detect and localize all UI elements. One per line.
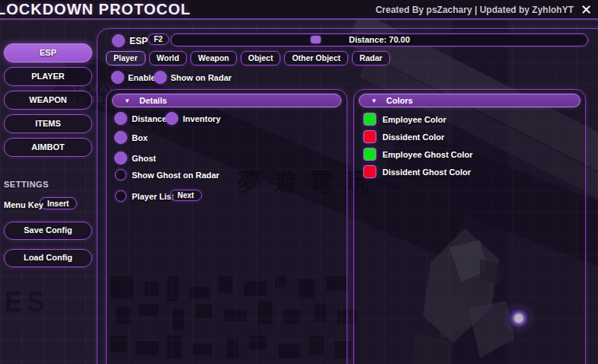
- tab-object[interactable]: Object: [241, 51, 281, 65]
- inventory-label: Inventory: [183, 114, 221, 123]
- details-panel-title: Details: [139, 96, 167, 105]
- dissident-color-swatch[interactable]: [363, 130, 376, 143]
- tab-radar[interactable]: Radar: [352, 51, 390, 65]
- show-on-radar-label: Show on Radar: [171, 73, 232, 82]
- dissident-ghost-color-swatch[interactable]: [363, 165, 376, 178]
- close-icon[interactable]: ✕: [580, 1, 592, 19]
- dissident-ghost-color-label: Dissident Ghost Color: [382, 168, 471, 177]
- distance-checkbox[interactable]: [114, 112, 127, 125]
- esp-tab-bar: Player World Weapon Object Other Object …: [106, 51, 390, 65]
- inventory-checkbox[interactable]: [165, 112, 178, 125]
- enabled-checkbox[interactable]: [111, 71, 124, 84]
- sidebar-item-weapon[interactable]: WEAPON: [4, 91, 92, 110]
- colors-panel: [353, 89, 586, 364]
- collapse-icon: ▼: [371, 95, 377, 107]
- box-label: Box: [132, 133, 148, 142]
- ghost-label: Ghost: [132, 154, 156, 163]
- title-bar: LOCKDOWN PROTOCOL Created By psZachary |…: [0, 0, 598, 20]
- show-on-radar-checkbox[interactable]: [154, 71, 167, 84]
- sidebar-item-player[interactable]: PLAYER: [4, 67, 92, 86]
- lockdown-protocol-menu: 夢遊電玩 ES 14 MAY 13 38 LOCKDOWN PROTOCOL C…: [0, 0, 598, 364]
- esp-master-checkbox[interactable]: [112, 34, 125, 47]
- tab-player[interactable]: Player: [106, 51, 146, 65]
- credits-text: Created By psZachary | Updated by Zyhloh…: [376, 5, 574, 15]
- esp-keybind-button[interactable]: F2: [148, 34, 169, 45]
- show-ghost-on-radar-checkbox[interactable]: [115, 169, 126, 180]
- player-list-next-button[interactable]: Next: [170, 190, 202, 201]
- colors-panel-header[interactable]: ▼ Colors: [359, 94, 580, 107]
- tab-other-object[interactable]: Other Object: [284, 51, 348, 65]
- tab-weapon[interactable]: Weapon: [190, 51, 237, 65]
- watermark-es-text: ES: [5, 286, 49, 318]
- tab-world[interactable]: World: [149, 51, 187, 65]
- load-config-button[interactable]: Load Config: [4, 249, 92, 267]
- employee-color-swatch[interactable]: [363, 113, 376, 126]
- employee-color-label: Employee Color: [382, 115, 446, 124]
- player-list-checkbox[interactable]: [115, 190, 126, 202]
- distance-slider-value: Distance: 70.00: [171, 35, 587, 44]
- dissident-color-label: Dissident Color: [382, 133, 444, 142]
- distance-label: Distance: [132, 114, 167, 123]
- menu-key-label: Menu Key: [4, 200, 43, 209]
- distance-slider[interactable]: Distance: 70.00: [171, 34, 588, 46]
- sidebar-item-esp[interactable]: ESP: [4, 43, 92, 62]
- sidebar-item-items[interactable]: ITEMS: [4, 114, 92, 133]
- employee-ghost-color-label: Employee Ghost Color: [382, 150, 473, 159]
- box-checkbox[interactable]: [114, 131, 127, 144]
- collapse-icon: ▼: [124, 95, 130, 107]
- page-title: LOCKDOWN PROTOCOL: [0, 1, 191, 18]
- colors-panel-title: Colors: [386, 96, 413, 105]
- player-list-label: Player List: [132, 192, 174, 201]
- sidebar-item-aimbot[interactable]: AIMBOT: [4, 138, 92, 157]
- esp-master-label: ESP: [130, 36, 148, 46]
- details-panel: [106, 89, 347, 364]
- show-ghost-on-radar-label: Show Ghost on Radar: [132, 171, 219, 180]
- employee-ghost-color-swatch[interactable]: [363, 148, 376, 161]
- settings-section-label: SETTINGS: [4, 180, 49, 189]
- ghost-checkbox[interactable]: [114, 152, 127, 164]
- details-panel-header[interactable]: ▼ Details: [112, 94, 341, 107]
- menu-key-bind-button[interactable]: Insert: [40, 197, 77, 209]
- save-config-button[interactable]: Save Config: [4, 222, 92, 240]
